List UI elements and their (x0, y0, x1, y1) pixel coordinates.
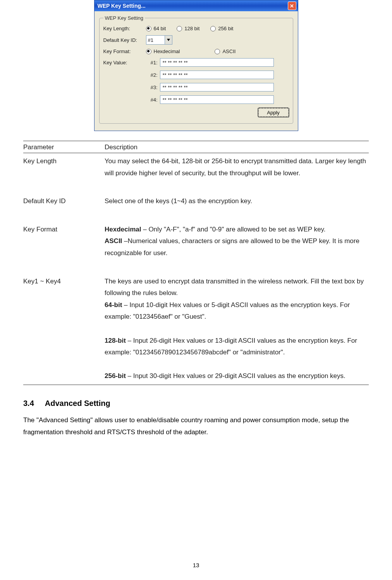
radio-icon (215, 49, 220, 54)
radio-128bit-label: 128 bit (184, 26, 199, 31)
section-number: 3.4 (23, 399, 34, 408)
key-format-row: Key Format: Hexdecimal ASCII (103, 48, 289, 54)
default-key-id-row: Default Key ID: #1 (103, 35, 289, 45)
table-row: Default Key ID Select one of the keys (1… (23, 193, 369, 210)
fieldset-legend: WEP Key Setting (103, 15, 145, 21)
table-row: Key Length You may select the 64-bit, 12… (23, 153, 369, 182)
spacer-row (23, 181, 369, 193)
param-key-length: Key Length (23, 153, 105, 182)
param-default-key-id: Default Key ID (23, 193, 105, 210)
section-heading: 3.4 Advanced Setting (23, 399, 369, 408)
dialog-title: WEP Key Setting... (98, 3, 146, 9)
key3-index: #3: (146, 85, 158, 90)
default-key-id-label: Default Key ID: (103, 37, 146, 43)
key-value-row-3: #3: ** ** ** ** ** (103, 83, 289, 91)
default-key-id-select[interactable]: #1 (146, 35, 172, 45)
default-key-id-value: #1 (148, 37, 153, 43)
key-value-row-2: #2: ** ** ** ** ** (103, 71, 289, 79)
key2-index: #2: (146, 72, 158, 78)
key4-input[interactable]: ** ** ** ** ** (160, 95, 274, 104)
radio-128bit[interactable]: 128 bit (177, 26, 199, 31)
close-icon[interactable]: ✕ (288, 2, 296, 10)
param-key-format: Key Format (23, 221, 105, 262)
table-row: Key1 ~ Key4 The keys are used to encrypt… (23, 273, 369, 385)
spacer-row (23, 262, 369, 273)
key-value-row-4: #4: ** ** ** ** ** (103, 95, 289, 104)
key-value-row-1: Key Value: #1: ** ** ** ** ** (103, 58, 289, 67)
desc-key14: The keys are used to encrypt data transm… (105, 273, 369, 385)
apply-button[interactable]: Apply (258, 108, 289, 117)
radio-64bit-label: 64 bit (154, 26, 166, 31)
radio-ascii-label: ASCII (222, 48, 236, 54)
radio-hex-label: Hexdecimal (154, 48, 180, 54)
radio-256bit-label: 256 bit (218, 26, 233, 31)
desc-key-length: You may select the 64-bit, 128-bit or 25… (105, 153, 369, 182)
section-title: Advanced Setting (45, 399, 110, 408)
wep-fieldset: WEP Key Setting Key Length: 64 bit 128 b… (99, 15, 293, 124)
table-head-row: Parameter Description (23, 141, 369, 153)
key-length-label: Key Length: (103, 26, 146, 31)
radio-icon (146, 49, 151, 54)
key3-input[interactable]: ** ** ** ** ** (160, 83, 274, 91)
section-paragraph: The "Advanced Setting" allows user to en… (23, 414, 369, 438)
radio-hex[interactable]: Hexdecimal (146, 48, 180, 54)
desc-key-format: Hexdecimal – Only "A-F", "a-f" and "0-9"… (105, 221, 369, 262)
key4-index: #4: (146, 97, 158, 103)
key1-index: #1: (146, 60, 158, 66)
spacer-row (23, 210, 369, 221)
radio-ascii[interactable]: ASCII (215, 48, 236, 54)
apply-row: Apply (103, 108, 289, 117)
radio-icon (177, 26, 182, 31)
dialog-body: WEP Key Setting Key Length: 64 bit 128 b… (95, 11, 298, 131)
radio-64bit[interactable]: 64 bit (146, 26, 166, 31)
dialog-titlebar: WEP Key Setting... ✕ (95, 0, 298, 11)
key1-input[interactable]: ** ** ** ** ** (160, 58, 274, 67)
radio-icon (146, 26, 151, 31)
param-key14: Key1 ~ Key4 (23, 273, 105, 385)
key2-input[interactable]: ** ** ** ** ** (160, 71, 274, 79)
page-number: 13 (0, 562, 392, 568)
chevron-down-icon (165, 36, 172, 44)
desc-default-key-id: Select one of the keys (1~4) as the encr… (105, 193, 369, 210)
key-length-row: Key Length: 64 bit 128 bit 256 bit (103, 26, 289, 31)
th-parameter: Parameter (23, 141, 105, 153)
table-row: Key Format Hexdecimal – Only "A-F", "a-f… (23, 221, 369, 262)
th-description: Description (105, 141, 369, 153)
radio-256bit[interactable]: 256 bit (210, 26, 233, 31)
wep-dialog: WEP Key Setting... ✕ WEP Key Setting Key… (94, 0, 298, 131)
key-value-label: Key Value: (103, 60, 146, 66)
parameter-table: Parameter Description Key Length You may… (23, 141, 369, 385)
radio-icon (210, 26, 216, 31)
key-format-label: Key Format: (103, 48, 146, 54)
